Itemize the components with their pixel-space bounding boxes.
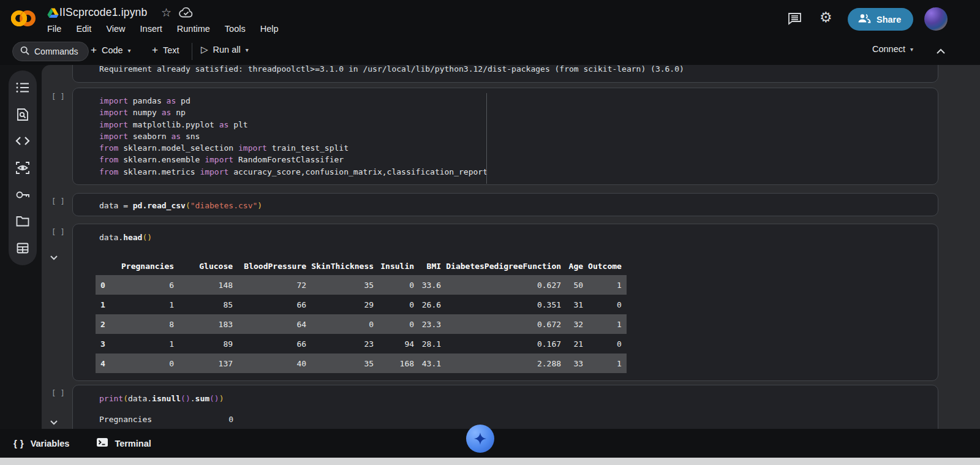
connect-button[interactable]: Connect ▾ [872, 44, 913, 54]
left-sidebar [9, 70, 37, 265]
menu-item-edit[interactable]: Edit [76, 24, 91, 34]
run-cell-button[interactable]: [ ] [51, 197, 65, 206]
dataframe-cell: 0.627 [446, 275, 566, 295]
run-cell-button[interactable]: [ ] [51, 389, 65, 398]
dataframe-cell: 4 [96, 353, 121, 373]
code-editor[interactable]: data = pd.read_csv("diabetes.csv") [99, 200, 262, 211]
dataframe-body: 061487235033.60.62750111856629026.60.351… [96, 275, 627, 373]
secrets-key-icon[interactable] [15, 187, 30, 202]
dataframe-cell: 0 [311, 314, 379, 334]
dataframe-row: 061487235033.60.627501 [96, 275, 627, 295]
star-icon[interactable]: ☆ [161, 6, 172, 20]
dataframe-cell: 50 [566, 275, 588, 295]
gemini-spark-button[interactable] [466, 425, 494, 453]
code-editor[interactable]: import pandas as pdimport numpy as npimp… [99, 95, 488, 178]
run-cell-button[interactable]: [ ] [51, 93, 65, 101]
head-code-cell[interactable]: data.head() PregnanciesGlucoseBloodPress… [72, 224, 938, 381]
code-editor[interactable]: data.head() [99, 232, 152, 243]
terminal-icon [96, 437, 108, 449]
comment-icon[interactable] [788, 12, 802, 28]
dataframe-cell: 0 [379, 314, 419, 334]
variables-button[interactable]: { } Variables [13, 438, 69, 448]
code-snippets-icon[interactable] [15, 134, 30, 148]
add-text-label: Text [163, 45, 179, 55]
dataframe-cell: 3 [96, 334, 121, 353]
menu-item-file[interactable]: File [47, 24, 61, 34]
dataframe-cell: 2.288 [446, 353, 566, 373]
dataframe-cell: 28.1 [419, 334, 446, 353]
window-edge-strip [0, 458, 980, 465]
code-line: import numpy as np [99, 107, 488, 118]
menu-item-runtime[interactable]: Runtime [177, 24, 210, 34]
dataframe-header-cell: BloodPressure [238, 257, 311, 275]
code-line: import seaborn as sns [99, 130, 488, 142]
dataframe-cell: 40 [238, 353, 311, 373]
notebook-toolbar: Commands + Code ▾ + Text ▷ Run all ▾ Con… [0, 38, 980, 65]
code-editor[interactable]: print(data.isnull().sum()) [99, 393, 224, 404]
data-table-icon[interactable] [15, 241, 30, 255]
files-folder-icon[interactable] [15, 214, 30, 229]
dataframe-cell: 29 [311, 295, 379, 314]
user-avatar[interactable] [924, 7, 948, 31]
dataframe-cell: 0.351 [446, 295, 566, 314]
run-all-button[interactable]: ▷ Run all ▾ [201, 44, 249, 55]
run-cell-button[interactable]: [ ] [51, 228, 65, 236]
dataframe-cell: 64 [238, 314, 311, 334]
connect-label: Connect [872, 44, 905, 54]
chevron-down-icon[interactable]: ▾ [910, 46, 913, 53]
colab-app-window: IIScprcode1.ipynb ☆ FileEditViewInsertRu… [0, 0, 980, 465]
code-line: from sklearn.model_selection import trai… [99, 142, 488, 154]
dataframe-cell: 1 [588, 353, 627, 373]
add-text-button[interactable]: + Text [152, 44, 179, 56]
dataframe-cell: 66 [238, 334, 311, 353]
dataframe-cell: 2 [96, 314, 121, 334]
settings-gear-icon[interactable]: ⚙ [820, 9, 832, 26]
chevron-down-icon[interactable]: ▾ [128, 47, 131, 54]
add-code-button[interactable]: + Code ▾ [91, 44, 131, 56]
table-of-contents-icon[interactable] [15, 80, 30, 95]
dataframe-header-cell [96, 257, 121, 275]
collapse-header-button[interactable] [936, 46, 946, 57]
terminal-label: Terminal [115, 439, 151, 448]
code-line: data = pd.read_csv("diabetes.csv") [99, 200, 262, 211]
code-line: from sklearn.metrics import accuracy_sco… [99, 166, 488, 178]
plus-icon: + [152, 44, 158, 56]
dataframe-cell: 0 [379, 275, 419, 295]
menu-item-help[interactable]: Help [260, 24, 279, 34]
share-button[interactable]: Share [848, 8, 913, 31]
dataframe-cell: 85 [179, 295, 238, 314]
collapse-output-chevron-icon[interactable] [50, 252, 58, 263]
dataframe-cell: 23 [311, 334, 379, 353]
scan-eye-icon[interactable] [15, 161, 30, 175]
chevron-down-icon[interactable]: ▾ [246, 47, 249, 53]
cloud-saved-icon [179, 7, 194, 21]
dataframe-cell: 33 [566, 353, 588, 373]
menu-item-view[interactable]: View [106, 24, 125, 34]
dataframe-header-cell: DiabetesPedigreeFunction [446, 257, 566, 275]
isnull-code-cell[interactable]: print(data.isnull().sum()) Pregnancies 0 [72, 385, 938, 429]
read-csv-code-cell[interactable]: data = pd.read_csv("diabetes.csv") [72, 193, 938, 216]
dataframe-cell: 0.167 [446, 334, 566, 353]
notebook-title[interactable]: IIScprcode1.ipynb [59, 6, 148, 19]
dataframe-cell: 23.3 [419, 314, 446, 334]
colab-logo-icon[interactable] [11, 9, 36, 30]
collapse-output-chevron-icon[interactable] [50, 417, 58, 428]
dataframe-cell: 0 [379, 295, 419, 314]
terminal-button[interactable]: Terminal [96, 437, 151, 449]
dataframe-header-cell: Glucose [179, 257, 238, 275]
menu-item-tools[interactable]: Tools [225, 24, 246, 34]
google-drive-icon [47, 8, 59, 21]
notebook-scroll-area[interactable]: Requirement already satisfied: threadpoo… [42, 65, 980, 429]
variables-label: Variables [31, 439, 70, 448]
dataframe-cell: 94 [379, 334, 419, 353]
menu-item-insert[interactable]: Insert [140, 24, 162, 34]
share-people-icon [858, 13, 871, 25]
code-line: data.head() [99, 232, 152, 243]
dataframe-cell: 183 [179, 314, 238, 334]
commands-button[interactable]: Commands [12, 42, 89, 61]
find-and-replace-icon[interactable] [15, 107, 30, 122]
dataframe-header-cell: SkinThickness [311, 257, 379, 275]
run-all-label: Run all [213, 45, 241, 55]
imports-code-cell[interactable]: import pandas as pdimport numpy as npimp… [72, 88, 938, 185]
dataframe-cell: 35 [311, 353, 379, 373]
